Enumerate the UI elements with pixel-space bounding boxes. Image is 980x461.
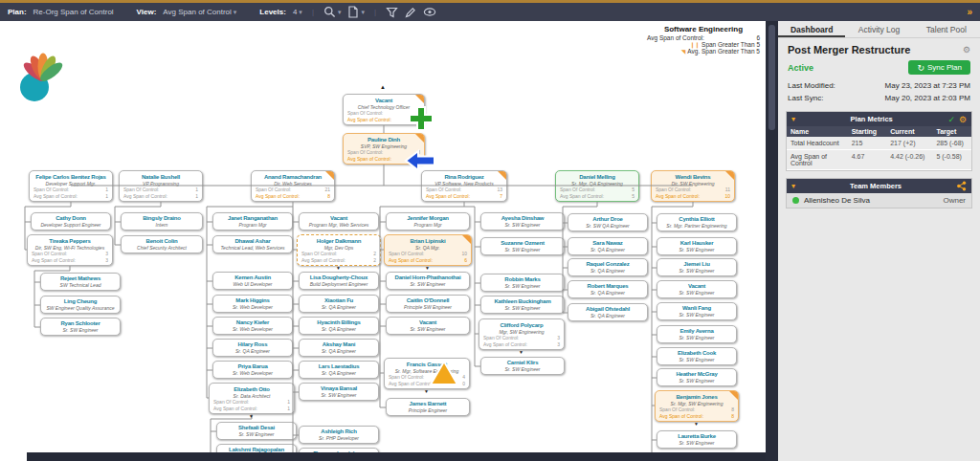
filter-icon <box>386 7 398 18</box>
metric-target: 285 (-68) <box>932 137 971 150</box>
view-label: View: <box>137 8 157 16</box>
plan-metrics-panel: ▾ Plan Metrics ✓ ⚙ Name Starting Current… <box>786 111 972 171</box>
team-members-panel: ▾ Team Members Allenisheo De Silva Owner <box>786 178 972 209</box>
chevron-down-icon: ▾ <box>338 9 342 16</box>
share-icon[interactable] <box>956 181 967 191</box>
collapse-down-icon[interactable]: ▼ <box>519 350 523 355</box>
col-current: Current <box>886 126 932 137</box>
magnifier-icon <box>323 6 336 18</box>
plan-metrics-title: Plan Metrics <box>799 115 944 123</box>
metric-target: 5 (-0.58) <box>932 150 971 170</box>
sidebar: Dashboard Activity Log Talent Pool Post … <box>778 21 980 461</box>
expand-sidebar-icon[interactable]: » <box>967 7 972 17</box>
member-name: Allenisheo De Silva <box>804 196 870 205</box>
plan-metrics-table: Name Starting Current Target Total Headc… <box>787 126 971 170</box>
last-modified-value: May 23, 2023 at 7:23 PM <box>885 81 970 90</box>
chevron-down-icon: ▾ <box>361 9 365 16</box>
plan-value: Re-Org Span of Control <box>33 8 114 16</box>
metric-name: Avg Span of Control <box>787 150 848 170</box>
metric-current: 217 (+2) <box>886 137 932 150</box>
last-sync-row: Last Sync: May 20, 2023 at 2:03 PM <box>778 92 980 104</box>
check-icon[interactable]: ✓ <box>947 115 955 124</box>
metric-starting: 4.67 <box>848 150 887 170</box>
edit-button[interactable] <box>405 7 416 18</box>
last-modified-row: Last Modified: May 23, 2023 at 7:23 PM <box>778 79 980 92</box>
collapse-chevron-icon[interactable]: ▾ <box>791 115 795 123</box>
plan-title: Post Merger Restructure <box>788 44 963 55</box>
online-status-dot <box>792 197 799 204</box>
filter-button[interactable] <box>386 7 398 18</box>
plan-settings-gear-icon[interactable]: ⚙ <box>963 45 970 55</box>
last-modified-label: Last Modified: <box>788 81 835 90</box>
app-window: Plan: Re-Org Span of Control View: Avg S… <box>0 0 980 461</box>
metric-name: Total Headcount <box>787 137 848 150</box>
export-dropdown[interactable]: ▾ <box>347 6 365 18</box>
chevron-down-icon: ▾ <box>234 9 237 16</box>
tab-talent-pool[interactable]: Talent Pool <box>913 21 980 37</box>
collapse-down-icon[interactable]: ▼ <box>249 414 254 419</box>
plan-label: Plan: <box>8 8 27 16</box>
col-target: Target <box>932 126 971 137</box>
add-node-icon[interactable] <box>408 105 434 132</box>
metric-starting: 215 <box>848 137 887 150</box>
team-members-title: Team Members <box>799 182 952 190</box>
sync-icon: ↻ <box>917 64 924 72</box>
status-badge: Active <box>788 63 813 73</box>
levels-dropdown[interactable]: 4 ▾ <box>293 8 302 16</box>
table-row: Avg Span of Control 4.67 4.42 (-0.26) 5 … <box>787 150 971 170</box>
move-arrow-icon[interactable] <box>404 149 436 172</box>
collapse-down-icon[interactable]: ▼ <box>694 422 699 427</box>
member-role: Owner <box>943 196 966 205</box>
view-dropdown[interactable]: Avg Span of Control ▾ <box>163 8 236 16</box>
toolbar: Plan: Re-Org Span of Control View: Avg S… <box>0 0 980 21</box>
pencil-icon <box>405 7 416 18</box>
sidebar-tabs: Dashboard Activity Log Talent Pool <box>778 21 980 38</box>
last-sync-label: Last Sync: <box>788 94 823 102</box>
collapse-up-icon[interactable]: ▲ <box>380 84 386 90</box>
vertical-scrollbar[interactable] <box>766 21 778 461</box>
collapse-down-icon[interactable]: ▼ <box>336 266 341 271</box>
collapse-down-icon[interactable]: ▼ <box>425 266 430 271</box>
view-options-button[interactable] <box>423 7 436 17</box>
eye-icon <box>423 7 436 17</box>
tab-activity-log[interactable]: Activity Log <box>845 21 912 37</box>
col-name: Name <box>787 126 848 137</box>
last-sync-value: May 20, 2023 at 2:03 PM <box>885 94 970 102</box>
tab-dashboard[interactable]: Dashboard <box>778 21 845 37</box>
table-row: Total Headcount 215 217 (+2) 285 (-68) <box>787 137 971 150</box>
warning-triangle-icon <box>429 360 459 386</box>
collapse-down-icon[interactable]: ▼ <box>424 389 429 394</box>
chevron-down-icon: ▾ <box>299 9 302 16</box>
levels-label: Levels: <box>259 8 286 16</box>
sync-plan-button[interactable]: ↻ Sync Plan <box>908 60 970 75</box>
document-icon <box>347 6 359 18</box>
org-canvas[interactable]: Software Engineering Avg Span of Control… <box>0 21 766 461</box>
horizontal-scrollbar[interactable] <box>27 452 766 461</box>
vertical-scrollbar-thumb[interactable] <box>768 25 775 130</box>
collapse-chevron-icon[interactable]: ▾ <box>791 182 795 190</box>
zoom-dropdown[interactable]: ▾ <box>323 6 342 18</box>
gear-icon[interactable]: ⚙ <box>959 115 967 124</box>
team-member-row[interactable]: Allenisheo De Silva Owner <box>787 193 971 208</box>
metric-current: 4.42 (-0.26) <box>886 150 932 170</box>
col-starting: Starting <box>848 126 887 137</box>
